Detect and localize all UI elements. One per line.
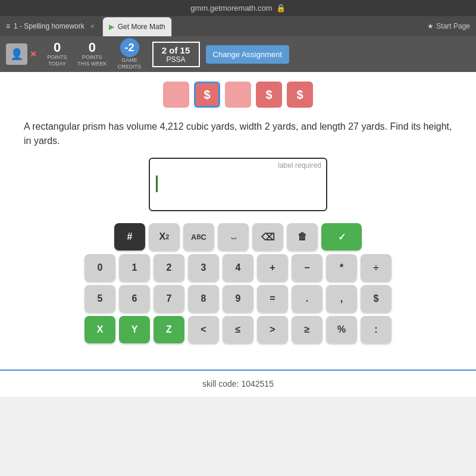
- game-credits-block: -2 GAMECREDITS: [113, 38, 146, 70]
- points-week-label: POINTSTHIS WEEK: [77, 54, 107, 67]
- address-bar: gmm.getmoremath.com 🔒: [0, 0, 476, 16]
- key-dollar[interactable]: $: [361, 285, 392, 312]
- key-4[interactable]: 4: [223, 254, 253, 281]
- footer: skill code: 1042515: [0, 369, 476, 397]
- game-credits-label: GAMECREDITS: [118, 57, 142, 70]
- start-page-label: Start Page: [436, 22, 470, 30]
- keyboard-row-1: 0 1 2 3 4 + − * ÷: [84, 254, 392, 281]
- key-2[interactable]: 2: [154, 254, 184, 281]
- key-multiply[interactable]: *: [326, 254, 357, 281]
- key-greater-than[interactable]: >: [257, 316, 288, 343]
- assignment-name: PSSA: [158, 55, 194, 64]
- assignment-block: 2 of 15 PSSA: [152, 42, 200, 67]
- skill-code: skill code: 1042515: [202, 379, 274, 389]
- points-today-block: 0 POINTSTODAY: [43, 41, 71, 67]
- star-icon: ★: [427, 22, 434, 30]
- key-colon[interactable]: :: [361, 316, 392, 343]
- url-text: gmm.getmoremath.com: [190, 4, 272, 12]
- icon-0: [163, 82, 189, 108]
- key-X[interactable]: X: [84, 316, 115, 343]
- tab-bar: ≡ 1 - Spelling homework ✕ ▶ Get More Mat…: [0, 16, 476, 36]
- key-hash[interactable]: #: [114, 223, 145, 250]
- key-plus[interactable]: +: [257, 254, 288, 281]
- key-comma[interactable]: ,: [326, 285, 357, 312]
- icons-row: $ $ $: [24, 82, 452, 108]
- assignment-fraction: 2 of 15: [158, 45, 194, 55]
- key-5[interactable]: 5: [84, 285, 115, 312]
- avatar-block: 👤 ✕: [6, 43, 37, 65]
- key-delete[interactable]: 🗑: [287, 223, 318, 250]
- tab2-icon: ▶: [109, 23, 114, 31]
- answer-input-area[interactable]: label required: [149, 158, 327, 211]
- key-9[interactable]: 9: [223, 285, 253, 312]
- key-3[interactable]: 3: [188, 254, 219, 281]
- key-divide[interactable]: ÷: [361, 254, 392, 281]
- lock-icon: 🔒: [276, 4, 286, 12]
- key-dot[interactable]: .: [292, 285, 322, 312]
- tab1-icon: ≡: [6, 22, 10, 30]
- keyboard-row-2: 5 6 7 8 9 = . , $: [84, 285, 392, 312]
- icon-1-selected[interactable]: $: [194, 82, 220, 108]
- key-space[interactable]: ⎵: [218, 223, 249, 250]
- icon-2: [225, 82, 251, 108]
- header-bar: 👤 ✕ 0 POINTSTODAY 0 POINTSTHIS WEEK -2 G…: [0, 36, 476, 72]
- key-Z[interactable]: Z: [154, 316, 184, 343]
- answer-label: label required: [278, 161, 321, 170]
- key-less-than[interactable]: <: [188, 316, 219, 343]
- tab1-close[interactable]: ✕: [88, 23, 96, 30]
- key-check[interactable]: ✓: [321, 223, 362, 250]
- points-week-block: 0 POINTSTHIS WEEK: [77, 41, 107, 67]
- key-7[interactable]: 7: [154, 285, 184, 312]
- tab-get-more-math[interactable]: ▶ Get More Math: [103, 17, 172, 36]
- key-0[interactable]: 0: [84, 254, 115, 281]
- start-page-tab[interactable]: ★ Start Page: [427, 16, 476, 36]
- icon-3[interactable]: $: [256, 82, 282, 108]
- keyboard-row-special: # X2 ABC ⎵ ⌫ 🗑 ✓: [114, 223, 362, 250]
- key-abc[interactable]: ABC: [183, 223, 214, 250]
- close-button[interactable]: ✕: [30, 49, 37, 59]
- key-Y[interactable]: Y: [119, 316, 150, 343]
- key-percent[interactable]: %: [326, 316, 357, 343]
- key-6[interactable]: 6: [119, 285, 150, 312]
- tab1-label: 1 - Spelling homework: [14, 22, 84, 30]
- avatar: 👤: [6, 43, 27, 65]
- main-content: $ $ $ A rectangular prism has volume 4,2…: [0, 72, 476, 369]
- keyboard: # X2 ABC ⎵ ⌫ 🗑 ✓ 0 1 2 3 4 + − * ÷ 5 6 7…: [24, 223, 452, 343]
- text-cursor: [156, 176, 158, 192]
- key-less-equal[interactable]: ≤: [223, 316, 253, 343]
- icon-4[interactable]: $: [287, 82, 313, 108]
- key-equals[interactable]: =: [257, 285, 288, 312]
- key-superscript[interactable]: X2: [149, 223, 180, 250]
- points-week-value: 0: [89, 41, 96, 54]
- key-greater-equal[interactable]: ≥: [292, 316, 322, 343]
- key-8[interactable]: 8: [188, 285, 219, 312]
- key-1[interactable]: 1: [119, 254, 150, 281]
- problem-text: A rectangular prism has volume 4,212 cub…: [24, 120, 452, 148]
- key-backspace[interactable]: ⌫: [252, 223, 283, 250]
- change-assignment-button[interactable]: Change Assignment: [206, 45, 289, 64]
- points-today-value: 0: [54, 41, 61, 54]
- tab-spelling-homework[interactable]: ≡ 1 - Spelling homework ✕: [0, 16, 103, 36]
- tab2-label: Get More Math: [118, 23, 165, 31]
- key-minus[interactable]: −: [292, 254, 322, 281]
- points-today-label: POINTSTODAY: [47, 54, 67, 67]
- keyboard-row-3: X Y Z < ≤ > ≥ % :: [84, 316, 392, 343]
- game-credits-value: -2: [120, 38, 139, 57]
